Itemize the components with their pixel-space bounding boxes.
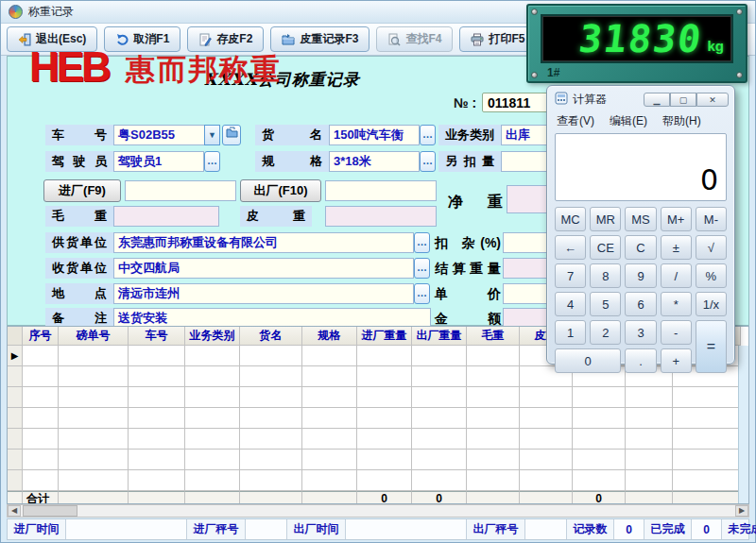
column-header-货名[interactable]: 货名	[240, 327, 302, 346]
plate-dropdown-arrow-icon[interactable]: ▼	[204, 125, 220, 145]
calc-key-√[interactable]: √	[696, 235, 727, 260]
weight-display-screen: 31830 kg	[541, 14, 733, 63]
cargo-label: 货 名	[255, 125, 329, 145]
calculator-window: 计算器 ▁ ▢ ✕ 查看(V)编辑(E)帮助(H) 0 MCMRMSM+M-←C…	[546, 85, 735, 365]
scroll-left-icon[interactable]: ◀	[8, 505, 21, 517]
calc-menu-item-2[interactable]: 帮助(H)	[662, 113, 701, 129]
calc-key-=[interactable]: =	[696, 320, 727, 373]
column-header-进厂重量[interactable]: 进厂重量	[357, 327, 412, 346]
supplier-lookup-button[interactable]: …	[414, 232, 430, 253]
column-header-磅单号[interactable]: 磅单号	[59, 327, 129, 346]
calc-key-MS[interactable]: MS	[625, 207, 656, 231]
calc-key-6[interactable]: 6	[625, 292, 656, 316]
printer-icon	[471, 33, 484, 46]
plate-combo[interactable]: 粤S02B55	[113, 125, 205, 145]
column-header-序号[interactable]: 序号	[23, 327, 59, 346]
calc-key-9[interactable]: 9	[625, 263, 656, 288]
calc-key-±[interactable]: ±	[661, 235, 692, 260]
supplier-input[interactable]: 东莞惠而邦称重设备有限公司	[113, 232, 414, 253]
calc-key-←[interactable]: ←	[555, 235, 586, 260]
calc-key-1/x[interactable]: 1/x	[696, 292, 727, 316]
copy-plate-button[interactable]	[222, 125, 241, 145]
horizontal-scrollbar[interactable]: ◀ ▶	[7, 504, 749, 518]
exit-time-field[interactable]	[325, 180, 437, 201]
status-label-3: 出厂秤号	[467, 519, 525, 539]
table-row[interactable]	[8, 470, 748, 491]
receiver-lookup-button[interactable]: …	[414, 258, 430, 279]
calc-key-5[interactable]: 5	[590, 292, 621, 316]
scroll-right-icon[interactable]: ▶	[735, 505, 748, 517]
calc-key-2[interactable]: 2	[590, 320, 621, 345]
calc-key-CE[interactable]: CE	[590, 235, 621, 260]
status-value-2	[346, 519, 467, 539]
exit-f10-button[interactable]: 出厂(F10)	[240, 179, 321, 202]
gross-weight-label: 毛 重	[45, 206, 113, 227]
calc-menu-item-0[interactable]: 查看(V)	[557, 113, 594, 129]
calc-key-0[interactable]: 0	[555, 348, 621, 373]
save-tare-button[interactable]: 存皮F2	[187, 26, 264, 52]
tare-weight-label: 皮 重	[240, 206, 312, 227]
calc-key-1[interactable]: 1	[555, 320, 586, 345]
entry-f9-button[interactable]: 进厂(F9)	[43, 179, 121, 202]
calc-key-+[interactable]: +	[661, 348, 692, 373]
calculator-keypad: MCMRMSM+M-←CEC±√789/%456*1/x123-=0.+	[547, 205, 734, 381]
driver-lookup-button[interactable]: …	[204, 151, 220, 172]
column-header-出厂重量[interactable]: 出厂重量	[412, 327, 467, 346]
table-row[interactable]	[8, 408, 748, 429]
screw-icon	[531, 8, 538, 15]
find-button[interactable]: 查找F4	[376, 26, 453, 52]
calc-key--[interactable]: -	[661, 320, 692, 345]
maximize-icon[interactable]: ▢	[670, 93, 696, 107]
close-icon[interactable]: ✕	[696, 93, 729, 107]
receiver-input[interactable]: 中交四航局	[113, 258, 414, 279]
cargo-lookup-button[interactable]: …	[420, 125, 436, 145]
record-no-label: № :	[454, 95, 476, 110]
calc-key-M+[interactable]: M+	[661, 207, 692, 231]
calc-key-*[interactable]: *	[661, 292, 692, 316]
tare-records-button[interactable]: 皮重记录F3	[270, 26, 369, 52]
calc-key-4[interactable]: 4	[555, 292, 586, 316]
column-header-车号[interactable]: 车号	[129, 327, 185, 346]
calc-key-%[interactable]: %	[696, 263, 727, 288]
status-label-4: 记录数	[567, 519, 614, 539]
cargo-input[interactable]: 150吨汽车衡	[329, 125, 420, 145]
weight-value: 31830	[577, 20, 705, 58]
minimize-icon[interactable]: ▁	[644, 93, 670, 107]
scrollbar-thumb[interactable]	[23, 505, 77, 517]
undo-icon	[115, 33, 129, 46]
status-value-0	[66, 519, 187, 539]
calc-key-MR[interactable]: MR	[590, 207, 621, 231]
vertical-scrollbar[interactable]	[738, 346, 748, 503]
calc-key-3[interactable]: 3	[625, 320, 656, 345]
calc-key-8[interactable]: 8	[590, 263, 621, 288]
entry-time-field[interactable]	[125, 180, 236, 201]
cancel-button[interactable]: 取消F1	[104, 26, 180, 52]
place-lookup-button[interactable]: …	[414, 283, 430, 304]
calc-key-MC[interactable]: MC	[555, 207, 586, 231]
table-totals-row: 合计000	[8, 491, 748, 504]
screw-icon	[531, 72, 538, 78]
folder-arrow-icon	[226, 126, 238, 138]
table-row[interactable]	[8, 429, 748, 450]
column-header-毛重[interactable]: 毛重	[467, 327, 520, 346]
print-button[interactable]: 打印F5	[459, 26, 536, 52]
calc-menu-item-1[interactable]: 编辑(E)	[610, 113, 647, 129]
table-row[interactable]	[8, 450, 748, 470]
column-header-规格[interactable]: 规格	[302, 327, 357, 346]
calc-key-7[interactable]: 7	[555, 263, 586, 288]
calc-key-M-[interactable]: M-	[696, 207, 727, 231]
scale-channel-label: 1#	[547, 66, 559, 79]
note-icon	[198, 33, 212, 46]
status-label-1: 进厂秤号	[187, 519, 246, 539]
calc-key-C[interactable]: C	[625, 235, 656, 260]
spec-lookup-button[interactable]: …	[420, 151, 436, 172]
calc-key-.[interactable]: .	[625, 348, 656, 373]
driver-input[interactable]: 驾驶员1	[113, 151, 204, 172]
company-logo-abbr: HEB	[29, 43, 109, 91]
spec-input[interactable]: 3*18米	[329, 151, 420, 172]
calc-key-/[interactable]: /	[661, 263, 692, 288]
total-出厂重量: 0	[412, 491, 467, 504]
place-input[interactable]: 清远市连州	[113, 283, 414, 304]
table-row[interactable]	[8, 387, 748, 408]
column-header-业务类别[interactable]: 业务类别	[185, 327, 240, 346]
